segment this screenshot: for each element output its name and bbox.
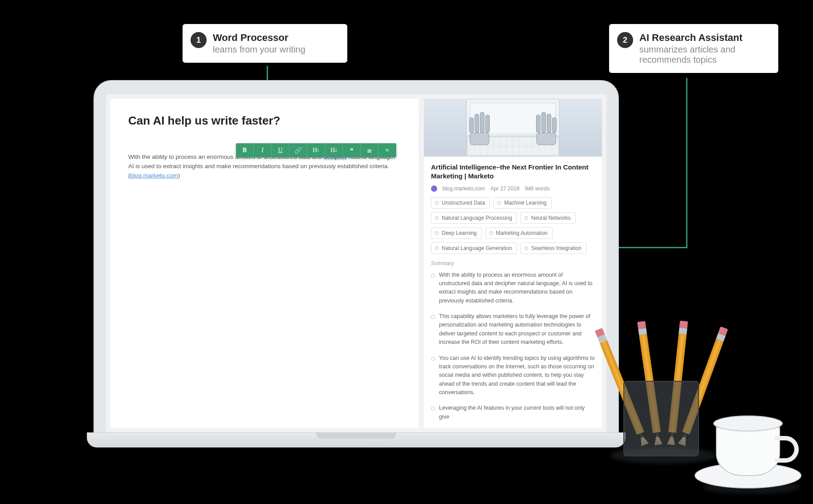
research-panel: Artificial Intelligence–the Next Frontie… (424, 99, 602, 428)
source-favicon-icon (431, 185, 437, 192)
bold-button[interactable]: B (236, 143, 254, 157)
body-text-post: ) (178, 172, 180, 179)
heading2-button[interactable]: H2 (325, 143, 343, 157)
app-screen: Can AI help us write faster? B I U 🔗 H1 … (106, 94, 606, 432)
callout-title: Word Processor (213, 32, 305, 44)
topic-tag[interactable]: Seamless Integration (520, 242, 586, 254)
robot-hand-icon (531, 112, 562, 152)
radio-icon (435, 216, 439, 220)
list-ol-icon: ≡ (386, 147, 389, 154)
heading1-button[interactable]: H1 (307, 143, 325, 157)
callout-title: AI Research Assistant (639, 32, 768, 44)
radio-icon (435, 246, 439, 250)
callout-word-processor: 1 Word Processor learns from your writin… (183, 24, 347, 63)
topic-tag[interactable]: Natural Language Processing (431, 212, 517, 224)
topic-tag[interactable]: Natural Language Generation (431, 242, 517, 254)
topic-tag[interactable]: Neural Networks (520, 212, 576, 224)
topic-tag[interactable]: Machine Learning (493, 197, 551, 209)
italic-button[interactable]: I (254, 143, 272, 157)
summary-item: With the ability to process an enormous … (431, 271, 595, 306)
callout-subtitle: summarizes articles and recommends topic… (639, 44, 768, 65)
article-title[interactable]: Artificial Intelligence–the Next Frontie… (431, 163, 595, 181)
topic-tag[interactable]: Unstructured Data (431, 197, 490, 209)
quote-button[interactable]: ❝ (343, 143, 361, 157)
radio-icon (489, 231, 493, 235)
laptop-base (87, 432, 626, 448)
summary-item: Leveraging the AI features in your curre… (431, 404, 595, 421)
radio-icon (435, 231, 439, 235)
radio-icon (524, 246, 528, 250)
radio-icon (435, 201, 439, 205)
article-word-count: 948 words (525, 185, 549, 192)
coffee-cup-illustration (695, 405, 801, 494)
topic-tag[interactable]: Marketing Automation (485, 227, 553, 239)
radio-icon (497, 201, 501, 205)
quote-icon: ❝ (350, 147, 354, 154)
ordered-list-button[interactable]: ≡ (378, 143, 396, 157)
robot-hand-icon (464, 112, 495, 152)
callout-ai-research: 2 AI Research Assistant summarizes artic… (609, 24, 778, 73)
editor-panel[interactable]: Can AI help us write faster? B I U 🔗 H1 … (110, 99, 419, 428)
summary-label: Summary (431, 260, 595, 266)
link-icon: 🔗 (294, 147, 302, 154)
citation-link[interactable]: blog.marketo.com (130, 172, 178, 179)
link-button[interactable]: 🔗 (289, 143, 307, 157)
callout-badge-1: 1 (191, 32, 207, 48)
summary-item: This capability allows marketers to full… (431, 312, 595, 347)
callout-badge-2: 2 (617, 32, 633, 48)
topic-tags: Unstructured Data Machine Learning Natur… (431, 197, 595, 254)
summary-list: With the ability to process an enormous … (431, 271, 595, 428)
underline-button[interactable]: U (272, 143, 289, 157)
article-meta: blog.marketo.com Apr 27 2018 948 words (431, 185, 595, 192)
formatting-toolbar: B I U 🔗 H1 H2 ❝ ≣ ≡ (236, 143, 396, 157)
document-title[interactable]: Can AI help us write faster? (128, 114, 401, 128)
callout-subtitle: learns from your writing (213, 44, 305, 55)
article-source[interactable]: blog.marketo.com (443, 185, 485, 192)
article-date: Apr 27 2018 (490, 185, 519, 192)
connector-line (686, 78, 687, 247)
list-ul-icon: ≣ (367, 147, 372, 154)
article-hero-image (424, 99, 602, 157)
radio-icon (524, 216, 528, 220)
topic-tag[interactable]: Deep Learning (431, 227, 482, 239)
unordered-list-button[interactable]: ≣ (361, 143, 378, 157)
laptop-frame: Can AI help us write faster? B I U 🔗 H1 … (87, 80, 626, 448)
summary-item: You can use AI to identify trending topi… (431, 354, 595, 397)
